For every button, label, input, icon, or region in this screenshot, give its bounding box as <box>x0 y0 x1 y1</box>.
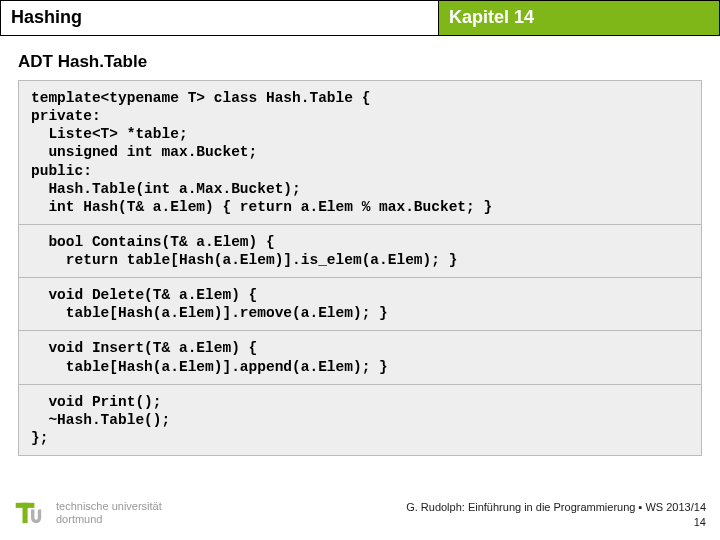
tu-logo-icon <box>14 496 48 530</box>
slide: Hashing Kapitel 14 ADT Hash.Table templa… <box>0 0 720 540</box>
university-name: technische universität dortmund <box>56 500 162 525</box>
header-chapter: Kapitel 14 <box>439 1 719 35</box>
page-number: 14 <box>406 515 706 530</box>
credit-line: G. Rudolph: Einführung in die Programmie… <box>406 500 706 515</box>
code-section-insert: void Insert(T& a.Elem) { table[Hash(a.El… <box>19 331 701 384</box>
slide-footer: technische universität dortmund G. Rudol… <box>0 496 720 530</box>
code-section-delete: void Delete(T& a.Elem) { table[Hash(a.El… <box>19 278 701 331</box>
slide-subtitle: ADT Hash.Table <box>0 36 720 80</box>
svg-rect-1 <box>23 503 28 523</box>
university-name-line2: dortmund <box>56 513 162 526</box>
code-block: template<typename T> class Hash.Table { … <box>18 80 702 456</box>
university-name-line1: technische universität <box>56 500 162 513</box>
university-logo: technische universität dortmund <box>14 496 162 530</box>
code-section-tail: void Print(); ~Hash.Table(); }; <box>19 385 701 455</box>
code-section-contains: bool Contains(T& a.Elem) { return table[… <box>19 225 701 278</box>
code-section-declaration: template<typename T> class Hash.Table { … <box>19 81 701 225</box>
slide-header: Hashing Kapitel 14 <box>0 0 720 36</box>
slide-credit: G. Rudolph: Einführung in die Programmie… <box>406 500 706 530</box>
header-topic: Hashing <box>1 1 439 35</box>
